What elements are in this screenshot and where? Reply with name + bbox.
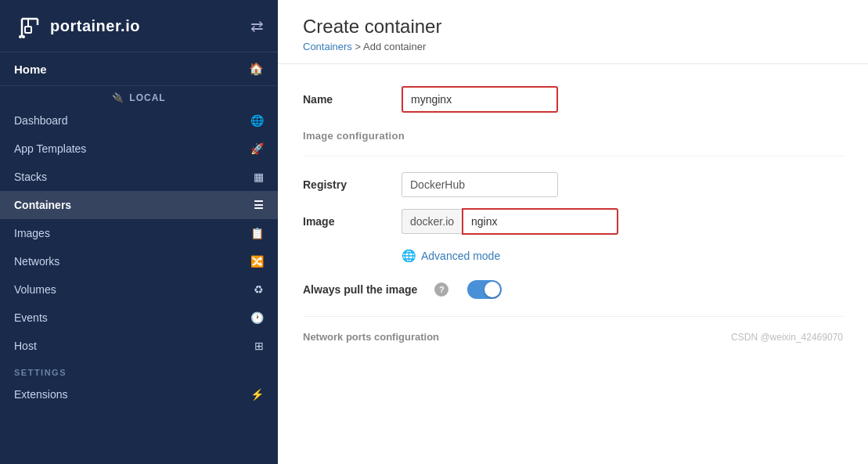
dashboard-label: Dashboard [14, 114, 68, 127]
local-label: LOCAL [129, 92, 165, 103]
image-prefix: docker.io [402, 209, 462, 234]
pull-image-label: Always pull the image [303, 283, 417, 296]
sidebar-logo: portainer.io ⇄ [0, 0, 278, 52]
network-ports-section: Network ports configuration CSDN @weixin… [303, 316, 843, 343]
image-input-group: docker.io [402, 208, 618, 235]
watermark: CSDN @weixin_42469070 [731, 332, 843, 343]
help-icon[interactable]: ? [434, 282, 448, 297]
image-label: Image [303, 215, 389, 228]
breadcrumb-separator: > [355, 41, 364, 52]
events-icon: 🕐 [250, 311, 264, 324]
pull-image-toggle[interactable] [467, 280, 502, 299]
pull-image-row: Always pull the image ? [303, 280, 843, 299]
name-row: Name [303, 86, 843, 113]
globe-icon: 🌐 [402, 249, 416, 263]
extensions-label: Extensions [14, 388, 67, 401]
sidebar-item-stacks[interactable]: Stacks ▦ [0, 163, 278, 191]
stacks-label: Stacks [14, 171, 47, 183]
image-config-heading: Image configuration [303, 130, 843, 142]
extensions-icon: ⚡ [250, 388, 264, 401]
containers-label: Containers [14, 199, 71, 211]
settings-section-label: SETTINGS [0, 360, 278, 380]
name-label: Name [303, 93, 389, 106]
network-ports-title: Network ports configuration [303, 331, 439, 343]
sidebar-item-events[interactable]: Events 🕐 [0, 304, 278, 332]
sidebar-item-dashboard[interactable]: Dashboard 🌐 [0, 106, 278, 135]
events-label: Events [14, 311, 48, 324]
home-icon: 🏠 [249, 62, 264, 76]
dashboard-icon: 🌐 [250, 114, 264, 127]
sidebar-item-volumes[interactable]: Volumes ♻ [0, 275, 278, 304]
transfer-icon[interactable]: ⇄ [250, 16, 264, 35]
sidebar-item-home[interactable]: Home 🏠 [0, 52, 278, 86]
local-section: 🔌 LOCAL [0, 86, 278, 106]
images-label: Images [14, 227, 50, 239]
logo-area: portainer.io [14, 11, 140, 41]
image-config-section: Image configuration Registry Image docke… [303, 130, 843, 235]
main-header: Create container Containers > Add contai… [278, 0, 868, 64]
image-name-input[interactable] [462, 208, 618, 235]
sidebar-item-containers[interactable]: Containers ☰ [0, 191, 278, 219]
sidebar-item-images[interactable]: Images 📋 [0, 219, 278, 247]
breadcrumb-link[interactable]: Containers [303, 41, 352, 52]
registry-input[interactable] [402, 172, 558, 197]
advanced-mode-link[interactable]: 🌐 Advanced mode [402, 249, 843, 263]
volumes-label: Volumes [14, 283, 56, 296]
host-icon: ⊞ [254, 340, 264, 352]
advanced-mode-label: Advanced mode [421, 250, 500, 262]
network-ports-header: Network ports configuration CSDN @weixin… [303, 331, 843, 343]
toggle-knob [484, 282, 500, 297]
connector-icon: 🔌 [112, 92, 124, 103]
host-label: Host [14, 340, 37, 352]
breadcrumb: Containers > Add container [303, 41, 843, 52]
containers-icon: ☰ [254, 199, 264, 211]
app-templates-label: App Templates [14, 142, 86, 155]
app-templates-icon: 🚀 [250, 142, 264, 155]
sidebar-item-host[interactable]: Host ⊞ [0, 332, 278, 360]
breadcrumb-current: Add container [363, 41, 426, 52]
images-icon: 📋 [250, 227, 264, 239]
portainer-logo-icon [14, 11, 44, 41]
svg-point-7 [22, 35, 25, 38]
networks-label: Networks [14, 255, 59, 268]
image-config-divider [303, 156, 843, 156]
form-body: Name Image configuration Registry Image … [278, 64, 868, 464]
page-title: Create container [303, 16, 843, 38]
main-content: Create container Containers > Add contai… [278, 0, 868, 464]
volumes-icon: ♻ [254, 283, 264, 296]
stacks-icon: ▦ [254, 171, 264, 183]
sidebar-item-extensions[interactable]: Extensions ⚡ [0, 380, 278, 408]
registry-row: Registry [303, 172, 843, 197]
registry-label: Registry [303, 178, 389, 191]
home-label: Home [14, 63, 47, 76]
sidebar-item-app-templates[interactable]: App Templates 🚀 [0, 135, 278, 163]
name-input[interactable] [402, 86, 558, 113]
image-row: Image docker.io [303, 208, 843, 235]
sidebar-item-networks[interactable]: Networks 🔀 [0, 247, 278, 275]
svg-point-6 [19, 35, 22, 38]
networks-icon: 🔀 [250, 255, 264, 268]
sidebar: portainer.io ⇄ Home 🏠 🔌 LOCAL Dashboard … [0, 0, 278, 464]
logo-text: portainer.io [50, 17, 140, 35]
